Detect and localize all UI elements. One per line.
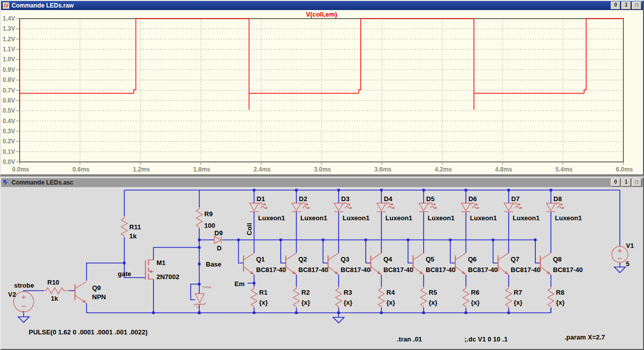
part-label-R5[interactable]: R5	[429, 289, 437, 296]
value-label-m1[interactable]: 2N7002	[156, 273, 180, 281]
model-label-Q5[interactable]: BC817-40	[426, 266, 455, 274]
part-label-R6[interactable]: R6	[471, 289, 479, 296]
part-label-R7[interactable]: R7	[514, 289, 522, 296]
value-label-R5[interactable]: {x}	[429, 299, 437, 306]
net-label-em[interactable]: Em	[234, 280, 245, 288]
led-D6[interactable]	[461, 203, 470, 211]
part-label-Q2[interactable]: Q2	[298, 255, 307, 263]
resistor-R6[interactable]	[463, 287, 469, 308]
part-label-v1[interactable]: V1	[626, 242, 634, 249]
maximize-button[interactable]: 1	[621, 179, 631, 187]
part-label-D7[interactable]: D7	[511, 195, 520, 203]
model-label-Q7[interactable]: BC817-40	[511, 266, 540, 274]
waveform-titlebar[interactable]: Commande LEDs.raw 0 1 □	[1, 1, 643, 10]
net-label-strobe[interactable]: strobe	[14, 282, 34, 289]
value-label-r11[interactable]: 1k	[129, 232, 137, 240]
ref-label-u1[interactable]: U1	[196, 306, 200, 309]
part-label-D1[interactable]: D1	[257, 195, 265, 203]
model-label-Q2[interactable]: BC817-40	[298, 266, 328, 274]
resistor-R9[interactable]	[196, 207, 202, 228]
part-label-r11[interactable]: R11	[129, 223, 141, 231]
model-label-D5[interactable]: Luxeon1	[428, 214, 454, 222]
model-label-D3[interactable]: Luxeon1	[343, 214, 369, 222]
resistor-R1[interactable]	[251, 287, 257, 308]
led-D7[interactable]	[504, 203, 513, 211]
part-label-D3[interactable]: D3	[341, 195, 350, 203]
value-label-R4[interactable]: {x}	[386, 299, 395, 306]
part-label-d9[interactable]: D9	[214, 229, 223, 237]
part-label-u1[interactable]: TL431A	[202, 286, 211, 289]
resistor-R10[interactable]	[44, 288, 69, 294]
diode-D9[interactable]	[214, 236, 221, 243]
ground-icon[interactable]	[333, 317, 344, 323]
column-wires[interactable]	[323, 190, 339, 313]
value-label-R2[interactable]: {x}	[301, 299, 310, 306]
value-label-R6[interactable]: {x}	[471, 299, 479, 306]
close-button[interactable]: □	[632, 179, 641, 187]
wires[interactable]	[24, 190, 620, 317]
resistor-R8[interactable]	[548, 287, 554, 308]
value-label-d9[interactable]: D	[217, 244, 221, 252]
directive-tran[interactable]: .tran .01	[397, 335, 422, 343]
resistor-R3[interactable]	[336, 287, 342, 308]
part-label-q9[interactable]: Q9	[92, 284, 101, 292]
directive-pulse[interactable]: PULSE(0 1.62 0 .0001 .0001 .001 .0022)	[29, 328, 147, 336]
minimize-button[interactable]: 0	[611, 179, 620, 187]
model-label-Q6[interactable]: BC817-40	[468, 266, 498, 274]
shunt-reference-U1[interactable]	[194, 294, 206, 306]
model-label-D7[interactable]: Luxeon1	[513, 214, 539, 222]
part-label-R1[interactable]: R1	[259, 289, 268, 296]
part-label-m1[interactable]: M1	[156, 259, 166, 267]
led-D4[interactable]	[377, 203, 386, 211]
part-label-Q8[interactable]: Q8	[553, 255, 561, 263]
column-wires[interactable]	[281, 190, 296, 313]
led-D5[interactable]	[419, 203, 428, 211]
model-label-Q8[interactable]: BC817-40	[553, 266, 583, 274]
voltage-source-V2[interactable]	[14, 292, 34, 312]
model-label-D1[interactable]: Luxeon1	[258, 214, 285, 222]
model-label-D2[interactable]: Luxeon1	[300, 214, 327, 222]
column-wires[interactable]	[493, 190, 509, 313]
column-wires[interactable]	[408, 190, 424, 313]
value-label-r9[interactable]: 100	[204, 222, 215, 229]
value-label-R1[interactable]: {x}	[259, 299, 268, 306]
part-label-R2[interactable]: R2	[301, 289, 310, 296]
resistor-R11[interactable]	[121, 216, 127, 237]
part-label-r10[interactable]: R10	[47, 279, 59, 286]
part-label-R3[interactable]: R3	[344, 289, 352, 296]
part-label-Q3[interactable]: Q3	[341, 255, 349, 263]
value-label-R8[interactable]: {x}	[556, 299, 565, 306]
model-label-Q4[interactable]: BC817-40	[383, 266, 413, 274]
net-label-gate[interactable]: gate	[118, 270, 131, 278]
column-wires[interactable]	[535, 190, 551, 313]
transistor-Q9[interactable]	[75, 282, 87, 303]
model-label-Q3[interactable]: BC817-40	[341, 266, 370, 274]
model-label-D8[interactable]: Luxeon1	[555, 214, 582, 222]
directive-dc[interactable]: ;.dc V1 0 10 .1	[464, 335, 508, 343]
plot-canvas[interactable]: 1.4V1.3V1.2V1.1V1.0V0.9V0.8V0.7V0.6V0.5V…	[1, 10, 643, 174]
part-label-R4[interactable]: R4	[386, 289, 395, 296]
part-label-D5[interactable]: D5	[426, 195, 435, 203]
schematic-titlebar[interactable]: Commande LEDs.asc 0 1 □	[1, 178, 643, 187]
part-label-Q4[interactable]: Q4	[383, 255, 392, 263]
part-label-R8[interactable]: R8	[556, 289, 565, 296]
part-label-D4[interactable]: D4	[384, 195, 392, 203]
led-D8[interactable]	[546, 203, 555, 211]
minimize-button[interactable]: 0	[611, 2, 620, 10]
value-label-v1[interactable]: 5	[626, 260, 629, 268]
column-wires[interactable]	[238, 190, 254, 313]
part-label-Q6[interactable]: Q6	[468, 255, 476, 263]
mosfet-M1[interactable]	[145, 259, 153, 280]
resistor-R5[interactable]	[421, 287, 427, 308]
part-label-D2[interactable]: D2	[299, 195, 307, 203]
column-wires[interactable]	[366, 190, 381, 313]
model-label-D4[interactable]: Luxeon1	[385, 214, 412, 222]
resistor-R7[interactable]	[506, 287, 512, 308]
part-label-Q1[interactable]: Q1	[256, 255, 265, 263]
value-label-q9[interactable]: NPN	[92, 293, 106, 301]
value-label-r10[interactable]: 1k	[51, 295, 58, 302]
ground-icon[interactable]	[614, 267, 625, 273]
value-label-R7[interactable]: {x}	[514, 299, 522, 306]
model-label-Q1[interactable]: BC817-40	[256, 266, 286, 274]
net-label-base[interactable]: Base	[206, 260, 221, 268]
